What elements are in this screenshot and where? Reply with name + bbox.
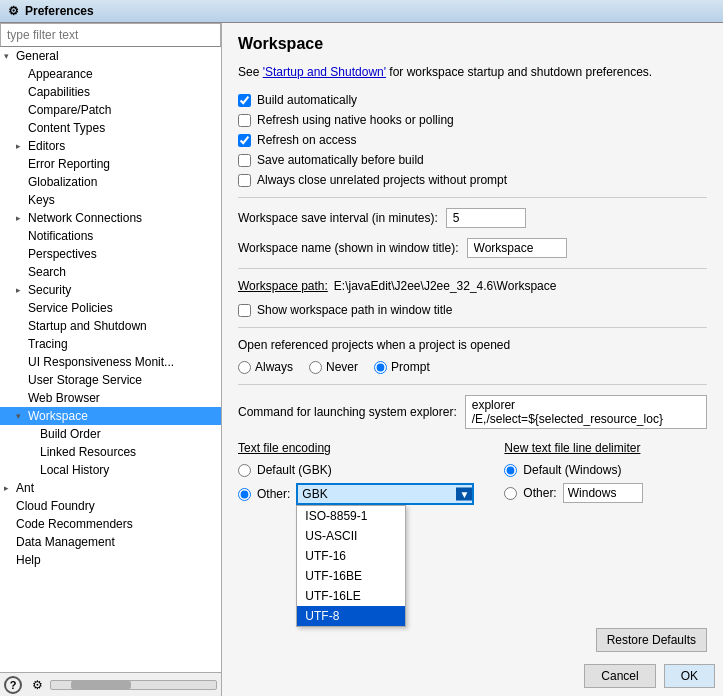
save-interval-input[interactable] <box>446 208 526 228</box>
open-ref-radio-always[interactable] <box>238 361 251 374</box>
delimiter-default-radio[interactable] <box>504 464 517 477</box>
checkbox-label-refresh-access: Refresh on access <box>257 133 356 147</box>
dropdown-item-usascii[interactable]: US-ASCII <box>297 526 405 546</box>
checkbox-save-auto[interactable] <box>238 154 251 167</box>
open-ref-label-always[interactable]: Always <box>238 360 293 374</box>
tree-item-appearance[interactable]: Appearance <box>0 65 221 83</box>
filter-input[interactable] <box>0 23 221 47</box>
tree-item-editors[interactable]: ▸Editors <box>0 137 221 155</box>
checkbox-label-refresh-native: Refresh using native hooks or polling <box>257 113 454 127</box>
checkbox-row-build-auto: Build automatically <box>238 93 707 107</box>
checkbox-label-close-unrelated: Always close unrelated projects without … <box>257 173 507 187</box>
encoding-select-input[interactable] <box>296 483 474 505</box>
tree-item-ant[interactable]: ▸Ant <box>0 479 221 497</box>
dropdown-item-iso[interactable]: ISO-8859-1 <box>297 506 405 526</box>
encoding-other-row: Other: ▼ ISO-8859-1US-ASCIIUTF-16UTF-16B… <box>238 483 474 505</box>
tree-label-local-history: Local History <box>40 463 109 477</box>
workspace-path-row: Workspace path: E:\javaEdit\J2ee\J2ee_32… <box>238 279 707 293</box>
show-path-label: Show workspace path in window title <box>257 303 452 317</box>
help-icon[interactable]: ? <box>4 676 22 694</box>
show-path-row: Show workspace path in window title <box>238 303 707 317</box>
startup-link[interactable]: 'Startup and Shutdown' <box>263 65 386 79</box>
tree-label-content-types: Content Types <box>28 121 105 135</box>
ok-button[interactable]: OK <box>664 664 715 688</box>
open-ref-label: Open referenced projects when a project … <box>238 338 707 352</box>
dropdown-item-utf8[interactable]: UTF-8 <box>297 606 405 626</box>
tree-item-perspectives[interactable]: Perspectives <box>0 245 221 263</box>
checkbox-build-auto[interactable] <box>238 94 251 107</box>
save-interval-label: Workspace save interval (in minutes): <box>238 211 438 225</box>
tree-item-user-storage[interactable]: User Storage Service <box>0 371 221 389</box>
open-ref-radio-prompt[interactable] <box>374 361 387 374</box>
workspace-name-row: Workspace name (shown in window title): <box>238 238 707 258</box>
workspace-name-input[interactable] <box>467 238 567 258</box>
tree-label-compare-patch: Compare/Patch <box>28 103 111 117</box>
tree-item-notifications[interactable]: Notifications <box>0 227 221 245</box>
encoding-other-radio[interactable] <box>238 488 251 501</box>
tree-item-web-browser[interactable]: Web Browser <box>0 389 221 407</box>
tree-label-data-management: Data Management <box>16 535 115 549</box>
tree-label-tracing: Tracing <box>28 337 68 351</box>
tree-arrow-network-connections: ▸ <box>16 213 28 223</box>
tree-label-ant: Ant <box>16 481 34 495</box>
open-ref-label-never[interactable]: Never <box>309 360 358 374</box>
divider-4 <box>238 384 707 385</box>
open-ref-label-prompt[interactable]: Prompt <box>374 360 430 374</box>
tree-item-ui-responsiveness[interactable]: UI Responsiveness Monit... <box>0 353 221 371</box>
tree-item-error-reporting[interactable]: Error Reporting <box>0 155 221 173</box>
dropdown-item-utf16le[interactable]: UTF-16LE <box>297 586 405 606</box>
tree-item-startup-shutdown[interactable]: Startup and Shutdown <box>0 317 221 335</box>
tree-item-keys[interactable]: Keys <box>0 191 221 209</box>
command-label: Command for launching system explorer: <box>238 405 457 419</box>
open-ref-radio-group: Always Never Prompt <box>238 360 707 374</box>
delimiter-other-label: Other: <box>523 486 556 500</box>
checkbox-refresh-native[interactable] <box>238 114 251 127</box>
tree-label-web-browser: Web Browser <box>28 391 100 405</box>
delimiter-other-radio[interactable] <box>504 487 517 500</box>
delimiter-select[interactable]: Windows <box>563 483 643 503</box>
open-ref-radio-never[interactable] <box>309 361 322 374</box>
tree-item-code-recommenders[interactable]: Code Recommenders <box>0 515 221 533</box>
tree-scroll[interactable]: ▾GeneralAppearanceCapabilitiesCompare/Pa… <box>0 47 221 672</box>
command-field[interactable]: explorer /E,/select=${selected_resource_… <box>465 395 707 429</box>
app-icon: ⚙ <box>8 4 19 18</box>
tree-item-tracing[interactable]: Tracing <box>0 335 221 353</box>
horizontal-scrollbar[interactable] <box>50 680 217 690</box>
tree-item-compare-patch[interactable]: Compare/Patch <box>0 101 221 119</box>
checkbox-refresh-access[interactable] <box>238 134 251 147</box>
workspace-path-label: Workspace path: <box>238 279 328 293</box>
tree-label-build-order: Build Order <box>40 427 101 441</box>
checkbox-close-unrelated[interactable] <box>238 174 251 187</box>
dropdown-item-utf16be[interactable]: UTF-16BE <box>297 566 405 586</box>
tree-item-search[interactable]: Search <box>0 263 221 281</box>
dropdown-item-utf16[interactable]: UTF-16 <box>297 546 405 566</box>
tree-item-globalization[interactable]: Globalization <box>0 173 221 191</box>
divider-2 <box>238 268 707 269</box>
tree-item-build-order[interactable]: Build Order <box>0 425 221 443</box>
bottom-bar: ? ⚙ <box>0 672 221 696</box>
tree-label-keys: Keys <box>28 193 55 207</box>
tree-item-network-connections[interactable]: ▸Network Connections <box>0 209 221 227</box>
encoding-default-row: Default (GBK) <box>238 463 474 477</box>
checkbox-label-build-auto: Build automatically <box>257 93 357 107</box>
tree-item-content-types[interactable]: Content Types <box>0 119 221 137</box>
tree-item-data-management[interactable]: Data Management <box>0 533 221 551</box>
tree-item-local-history[interactable]: Local History <box>0 461 221 479</box>
tree-item-service-policies[interactable]: Service Policies <box>0 299 221 317</box>
command-row: Command for launching system explorer: e… <box>238 395 707 429</box>
settings-icon[interactable]: ⚙ <box>28 676 46 694</box>
show-path-checkbox[interactable] <box>238 304 251 317</box>
tree-item-linked-resources[interactable]: Linked Resources <box>0 443 221 461</box>
restore-defaults-button[interactable]: Restore Defaults <box>596 628 707 652</box>
cancel-button[interactable]: Cancel <box>584 664 655 688</box>
tree-item-general[interactable]: ▾General <box>0 47 221 65</box>
tree-item-capabilities[interactable]: Capabilities <box>0 83 221 101</box>
tree-item-help[interactable]: Help <box>0 551 221 569</box>
encoding-default-radio[interactable] <box>238 464 251 477</box>
tree-item-workspace[interactable]: ▾Workspace <box>0 407 221 425</box>
encoding-default-label: Default (GBK) <box>257 463 332 477</box>
bottom-icons: ? ⚙ <box>4 676 46 694</box>
tree-item-cloud-foundry[interactable]: Cloud Foundry <box>0 497 221 515</box>
tree-item-security[interactable]: ▸Security <box>0 281 221 299</box>
tree-label-error-reporting: Error Reporting <box>28 157 110 171</box>
